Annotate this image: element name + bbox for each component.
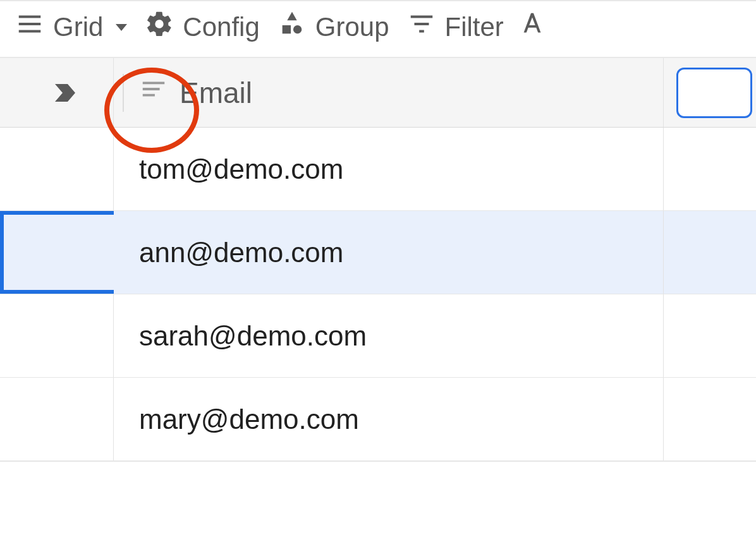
view-mode-dropdown[interactable]: Grid <box>15 9 127 45</box>
email-value: sarah@demo.com <box>139 320 367 352</box>
row-handle-cell[interactable] <box>0 211 114 294</box>
email-header-label: Email <box>180 76 252 110</box>
font-icon <box>518 9 547 45</box>
shapes-icon <box>277 9 307 45</box>
filter-button[interactable]: Filter <box>407 9 504 45</box>
caret-down-icon <box>116 24 127 31</box>
email-value: mary@demo.com <box>139 404 359 435</box>
row-handle-cell[interactable] <box>0 294 114 377</box>
table-row[interactable]: tom@demo.com <box>0 128 756 211</box>
email-column-header[interactable]: Email <box>114 58 664 127</box>
filter-icon <box>407 9 436 45</box>
row-handle-header <box>0 58 114 127</box>
config-button[interactable]: Config <box>145 9 259 45</box>
list-icon <box>15 9 44 45</box>
table-row[interactable]: mary@demo.com <box>0 378 756 461</box>
column-search-input[interactable] <box>676 68 752 118</box>
next-cell[interactable] <box>664 128 756 210</box>
config-label: Config <box>183 12 259 42</box>
toolbar: Grid Config Group Filter <box>0 0 756 58</box>
row-handle-cell[interactable] <box>0 378 114 460</box>
next-cell[interactable] <box>664 211 756 294</box>
column-header-row: Email <box>0 58 756 128</box>
group-label: Group <box>315 12 389 42</box>
gear-icon <box>145 9 174 45</box>
next-cell[interactable] <box>664 294 756 377</box>
chevron-tag-right-icon <box>50 78 80 108</box>
expand-column-button[interactable] <box>31 58 113 127</box>
email-cell[interactable]: ann@demo.com <box>114 211 664 294</box>
next-cell[interactable] <box>664 378 756 460</box>
email-cell[interactable]: mary@demo.com <box>114 378 664 460</box>
table-row[interactable]: ann@demo.com <box>0 211 756 294</box>
grid-footer <box>0 461 756 499</box>
row-handle-cell[interactable] <box>0 128 114 210</box>
group-button[interactable]: Group <box>277 9 389 45</box>
email-value: ann@demo.com <box>139 237 344 268</box>
email-cell[interactable]: sarah@demo.com <box>114 294 664 377</box>
email-value: tom@demo.com <box>139 153 343 185</box>
email-cell[interactable]: tom@demo.com <box>114 128 664 210</box>
filter-label: Filter <box>445 12 504 42</box>
font-button-partial[interactable] <box>518 9 547 45</box>
column-separator <box>123 74 124 112</box>
data-grid: Email tom@demo.comann@demo.comsarah@demo… <box>0 58 756 499</box>
text-field-icon <box>139 75 168 111</box>
view-mode-label: Grid <box>53 12 103 42</box>
next-column-header[interactable] <box>664 58 756 127</box>
table-row[interactable]: sarah@demo.com <box>0 294 756 378</box>
